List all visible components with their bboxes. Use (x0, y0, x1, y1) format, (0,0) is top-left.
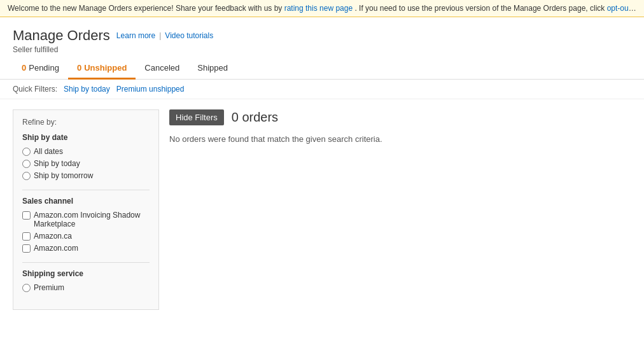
filter-premium[interactable]: Premium (22, 283, 150, 292)
quick-filter-ship-today[interactable]: Ship by today (64, 85, 110, 94)
tab-unshipped-label: Unshipped (84, 63, 127, 73)
filter-amazon-invoicing[interactable]: Amazon.com Invoicing Shadow Marketplace (22, 211, 150, 228)
header-title-row: Manage Orders Learn more | Video tutoria… (13, 27, 631, 44)
tab-canceled-label: Canceled (144, 63, 179, 73)
radio-ship-today-label: Ship by today (34, 159, 80, 168)
filter-all-dates[interactable]: All dates (22, 147, 150, 156)
radio-premium[interactable] (22, 284, 31, 292)
page-header: Manage Orders Learn more | Video tutoria… (0, 17, 644, 54)
quick-filter-premium-unshipped[interactable]: Premium unshipped (116, 85, 185, 94)
tab-shipped[interactable]: Shipped (188, 59, 237, 80)
filter-shipping-service-title: Shipping service (22, 269, 150, 278)
radio-all-dates[interactable] (22, 148, 31, 156)
banner-bar: Welcome to the new Manage Orders experie… (0, 0, 644, 17)
header-link-separator: | (159, 31, 161, 40)
tab-shipped-label: Shipped (197, 63, 228, 73)
quick-filters-label: Quick Filters: (13, 85, 57, 94)
banner-middle-text: . If you need to use the previous versio… (354, 4, 606, 13)
tab-unshipped-count: 0 (77, 63, 81, 73)
checkbox-amazon-ca-label: Amazon.ca (34, 232, 72, 241)
page-title: Manage Orders (13, 27, 110, 44)
checkbox-amazon-com[interactable] (22, 244, 31, 253)
banner-link-optout[interactable]: opt-out (607, 4, 636, 13)
tab-pending[interactable]: 0Pending (13, 59, 68, 80)
filter-ship-by-date-title: Ship by date (22, 133, 150, 142)
learn-more-link[interactable]: Learn more (116, 31, 155, 40)
results-header: Hide Filters 0 orders (169, 109, 631, 125)
banner-link-rating[interactable]: rating this new page (284, 4, 353, 13)
filter-amazon-com[interactable]: Amazon.com (22, 244, 150, 253)
radio-ship-today[interactable] (22, 160, 31, 168)
header-links: Learn more | Video tutorials (116, 31, 213, 40)
video-tutorials-link[interactable]: Video tutorials (165, 31, 213, 40)
radio-ship-tomorrow-label: Ship by tomorrow (34, 171, 93, 180)
main-content: Refine by: Ship by date All dates Ship b… (0, 99, 644, 320)
checkbox-amazon-invoicing[interactable] (22, 211, 31, 220)
checkbox-amazon-invoicing-label: Amazon.com Invoicing Shadow Marketplace (34, 211, 150, 228)
tab-unshipped[interactable]: 0Unshipped (68, 59, 136, 80)
radio-all-dates-label: All dates (34, 147, 63, 156)
checkbox-amazon-ca[interactable] (22, 232, 31, 241)
checkbox-amazon-com-label: Amazon.com (34, 244, 78, 253)
tab-pending-count: 0 (22, 63, 26, 73)
results-count: 0 orders (232, 110, 278, 125)
hide-filters-button[interactable]: Hide Filters (169, 109, 224, 125)
no-results-message: No orders were found that match the give… (169, 134, 631, 144)
filter-amazon-ca[interactable]: Amazon.ca (22, 232, 150, 241)
refine-sidebar: Refine by: Ship by date All dates Ship b… (13, 109, 159, 310)
radio-premium-label: Premium (34, 283, 64, 292)
filter-sales-channel: Sales channel Amazon.com Invoicing Shado… (22, 197, 150, 263)
filter-sales-channel-title: Sales channel (22, 197, 150, 206)
filter-shipping-service: Shipping service Premium (22, 269, 150, 302)
sidebar-title: Refine by: (22, 118, 150, 127)
banner-text: Welcome to the new Manage Orders experie… (8, 4, 284, 13)
quick-filters-bar: Quick Filters: Ship by today Premium uns… (0, 80, 644, 99)
tab-pending-label: Pending (29, 63, 59, 73)
radio-ship-tomorrow[interactable] (22, 172, 31, 180)
results-panel: Hide Filters 0 orders No orders were fou… (169, 109, 631, 310)
filter-ship-by-date: Ship by date All dates Ship by today Shi… (22, 133, 150, 190)
order-tabs: 0Pending 0Unshipped Canceled Shipped (0, 59, 644, 80)
seller-fulfilled-label: Seller fulfilled (13, 45, 631, 54)
filter-ship-today[interactable]: Ship by today (22, 159, 150, 168)
filter-ship-tomorrow[interactable]: Ship by tomorrow (22, 171, 150, 180)
tab-canceled[interactable]: Canceled (136, 59, 188, 80)
